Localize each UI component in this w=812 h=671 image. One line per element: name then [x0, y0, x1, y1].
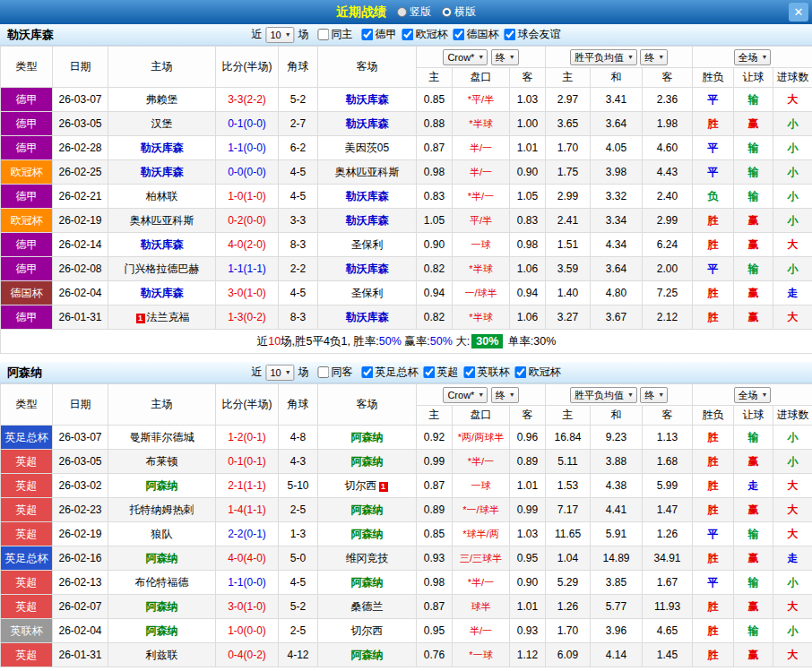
chevron-down-icon: ▼	[509, 51, 515, 64]
match-row: 欧冠杯26-02-25勒沃库森0-0(0-0)4-5奥林匹亚科斯0.98半/一0…	[1, 160, 812, 185]
avg-odds-select[interactable]: 胜平负均值 ▼	[570, 387, 637, 403]
col-handicap: 盘口	[453, 68, 510, 88]
match-row: 英足总杯26-02-16阿森纳4-0(4-0)5-0维冈竞技0.93三/三球半0…	[1, 546, 812, 571]
layout-vertical-label: 竖版	[410, 4, 431, 20]
eu-away-odds: 7.25	[643, 281, 693, 305]
league-filter-checkbox[interactable]: 德甲	[362, 27, 397, 42]
asia-final-select[interactable]: 终 ▼	[491, 387, 519, 403]
league-checkbox-input[interactable]	[515, 366, 527, 378]
asia-away-odds: 0.89	[510, 450, 546, 474]
bookmaker-select[interactable]: Crow* ▼	[443, 387, 488, 403]
eu-draw-odds: 3.67	[591, 305, 643, 330]
asia-final-select[interactable]: 终 ▼	[491, 49, 519, 65]
same-venue-checkbox[interactable]: 同客	[318, 365, 353, 380]
eu-away-odds: 4.43	[643, 160, 693, 185]
eu-away-odds: 2.99	[643, 209, 693, 233]
league-filters: 德甲欧冠杯德国杯球会友谊	[357, 27, 561, 43]
score-cell: 4-0(4-0)	[216, 546, 279, 571]
league-badge: 德甲	[1, 233, 53, 257]
home-team-name: 勒沃库森	[141, 238, 184, 251]
eu-draw-odds: 3.41	[591, 88, 643, 112]
scope-select[interactable]: 全场 ▼	[734, 49, 772, 65]
league-checkbox-input[interactable]	[464, 366, 476, 378]
close-button[interactable]: ✕	[789, 3, 808, 22]
score-cell: 1-0(0-0)	[216, 619, 279, 643]
eu-draw-odds: 4.41	[591, 498, 643, 522]
europe-final-select[interactable]: 终 ▼	[640, 387, 668, 403]
bookmaker-select[interactable]: Crow* ▼	[443, 49, 488, 65]
layout-horizontal-option[interactable]: 横版	[442, 4, 476, 20]
match-row: 英超26-02-07阿森纳3-0(1-0)5-2桑德兰0.87球半1.011.2…	[1, 595, 812, 619]
league-filter-checkbox[interactable]: 英超	[424, 365, 459, 380]
match-row: 德甲26-02-08门兴格拉德巴赫1-1(1-1)2-2勒沃库森0.82*半球1…	[1, 257, 812, 281]
result-wdl: 平	[693, 571, 734, 595]
radio-selected-icon[interactable]	[442, 7, 452, 17]
eu-away-odds: 2.00	[643, 257, 693, 281]
league-checkbox-input[interactable]	[424, 366, 436, 378]
corner-cell: 5-0	[279, 546, 318, 571]
avg-odds-select[interactable]: 胜平负均值 ▼	[570, 49, 637, 65]
result-goals: 小	[773, 209, 812, 233]
score-cell: 1-0(1-0)	[216, 185, 279, 209]
league-checkbox-input[interactable]	[454, 29, 465, 40]
away-team-name: 圣保利	[351, 287, 384, 299]
scope-select[interactable]: 全场 ▼	[734, 387, 772, 403]
league-filter-checkbox[interactable]: 英联杯	[464, 365, 510, 380]
same-venue-label: 同主	[332, 27, 353, 42]
league-filter-checkbox[interactable]: 英足总杯	[362, 365, 419, 380]
league-filter-checkbox[interactable]: 德国杯	[454, 27, 499, 42]
result-wdl: 平	[693, 136, 734, 160]
match-row: 英足总杯26-03-07曼斯菲尔德城1-2(0-1)4-8阿森纳0.92*两/两…	[1, 426, 812, 450]
home-team-cell: 奥林匹亚科斯	[108, 209, 216, 233]
same-venue-checkbox-input[interactable]	[318, 29, 330, 40]
league-checkbox-input[interactable]	[505, 29, 516, 40]
league-filter-label: 英超	[437, 365, 459, 380]
home-team-name: 阿森纳	[146, 552, 178, 564]
league-checkbox-input[interactable]	[362, 29, 374, 40]
home-team-cell: 曼斯菲尔德城	[108, 426, 216, 450]
match-row: 英超26-03-05布莱顿0-1(0-1)4-3阿森纳0.99*半/一0.895…	[1, 450, 812, 474]
asia-home-odds: 0.82	[417, 305, 453, 330]
corner-cell: 4-3	[279, 450, 318, 474]
col-letball: 让球	[734, 68, 773, 88]
layout-vertical-option[interactable]: 竖版	[397, 4, 431, 20]
asia-away-odds: 1.01	[510, 474, 546, 498]
corner-cell: 5-2	[279, 595, 318, 619]
league-checkbox-input[interactable]	[362, 366, 374, 378]
league-filter-checkbox[interactable]: 欧冠杯	[402, 27, 448, 42]
match-count-select[interactable]: 10 ▼	[265, 365, 294, 381]
eu-home-odds: 16.84	[546, 426, 591, 450]
away-team-name: 阿森纳	[351, 649, 384, 661]
eu-away-odds: 1.13	[643, 426, 693, 450]
corner-cell: 4-8	[279, 426, 318, 450]
europe-final-select[interactable]: 终 ▼	[640, 49, 668, 65]
result-goals: 小	[773, 160, 812, 185]
titlebar-center: 近期战绩 竖版 横版	[0, 4, 812, 21]
away-team-name: 切尔西	[351, 624, 384, 637]
asia-home-odds: 0.98	[417, 571, 453, 595]
corner-cell: 4-5	[279, 571, 318, 595]
same-venue-checkbox[interactable]: 同主	[318, 27, 353, 42]
home-team-name: 勒沃库森	[141, 287, 184, 299]
chevron-down-icon: ▼	[478, 51, 484, 64]
radio-unselected-icon[interactable]	[397, 7, 407, 17]
league-checkbox-input[interactable]	[402, 29, 414, 40]
col-asia-home: 主	[417, 406, 453, 426]
asia-home-odds: 0.98	[417, 160, 453, 185]
eu-draw-odds: 3.88	[591, 450, 643, 474]
home-team-cell: 阿森纳	[108, 546, 216, 571]
league-filter-checkbox[interactable]: 欧冠杯	[515, 365, 561, 380]
eu-home-odds: 3.59	[546, 257, 591, 281]
result-wdl: 胜	[693, 546, 734, 571]
eu-draw-odds: 4.80	[591, 281, 643, 305]
match-count-select[interactable]: 10 ▼	[265, 27, 294, 43]
result-goals: 大	[773, 522, 812, 546]
eu-home-odds: 2.41	[546, 209, 591, 233]
team-section: 阿森纳 近 10 ▼ 场 同客 英足总杯英超英联杯欧冠杯	[0, 362, 812, 667]
same-venue-checkbox-input[interactable]	[318, 366, 330, 378]
col-date: 日期	[53, 47, 108, 88]
away-team-cell: 勒沃库森	[318, 88, 417, 112]
league-filter-checkbox[interactable]: 球会友谊	[505, 27, 561, 42]
recent-label: 近	[251, 27, 262, 42]
asia-away-odds: 1.03	[510, 522, 546, 546]
